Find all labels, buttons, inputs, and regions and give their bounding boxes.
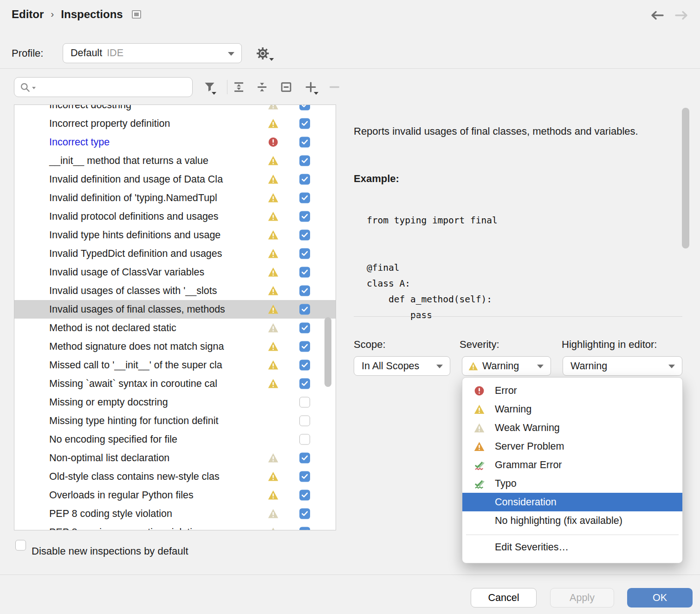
inspection-row[interactable]: PEP 8 naming convention violation (14, 523, 336, 530)
menu-item-weak-warning[interactable]: Weak Warning (462, 418, 682, 437)
remove-icon[interactable] (328, 81, 341, 93)
breadcrumb-inspections[interactable]: Inspections (61, 8, 123, 21)
example-label: Example: (354, 173, 399, 185)
inspection-row[interactable]: Invalid definition of 'typing.NamedTupl (14, 189, 336, 207)
inspection-label: Missing or empty docstring (49, 397, 168, 408)
gear-icon[interactable] (255, 46, 274, 63)
inspection-checkbox[interactable] (299, 360, 310, 371)
filter-icon[interactable] (203, 81, 216, 93)
details-scrollbar[interactable] (682, 108, 689, 248)
collapse-all-icon[interactable] (256, 81, 268, 93)
inspection-row[interactable]: Incorrect property definition (14, 114, 336, 133)
inspection-checkbox[interactable] (299, 174, 310, 185)
highlighting-select[interactable]: Warning (563, 356, 682, 376)
menu-item-server-problem[interactable]: Server Problem (462, 437, 682, 456)
inspection-checkbox[interactable] (299, 267, 310, 278)
forward-arrow-icon[interactable] (674, 9, 690, 23)
cancel-button[interactable]: Cancel (471, 588, 537, 607)
disable-new-inspections-label: Disable new inspections by default (32, 545, 188, 557)
chevron-down-icon (537, 365, 544, 368)
inspection-row[interactable]: Invalid usages of final classes, methods (14, 300, 336, 319)
severity-menu: ErrorWarningWeak WarningServer ProblemGr… (462, 377, 683, 563)
inspection-row[interactable]: Incorrect type (14, 133, 336, 151)
inspection-checkbox[interactable] (299, 137, 310, 148)
inspection-row[interactable]: Invalid usage of ClassVar variables (14, 263, 336, 281)
inspection-row[interactable]: Invalid usages of classes with '__slots (14, 281, 336, 300)
inspection-row[interactable]: Old-style class contains new-style clas (14, 467, 336, 486)
scope-select[interactable]: In All Scopes (354, 356, 450, 376)
inspection-checkbox[interactable] (299, 105, 310, 111)
back-arrow-icon[interactable] (649, 9, 665, 23)
inspection-checkbox[interactable] (299, 118, 310, 129)
inspection-row[interactable]: Missing `await` syntax in coroutine cal (14, 374, 336, 393)
menu-item-label: Edit Severities… (495, 542, 569, 553)
menu-item-warning[interactable]: Warning (462, 400, 682, 418)
inspection-checkbox[interactable] (299, 304, 310, 315)
menu-item-label: Error (495, 385, 517, 397)
menu-item-grammar-error[interactable]: Grammar Error (462, 456, 682, 474)
chevron-down-icon (436, 365, 443, 368)
inspection-checkbox[interactable] (299, 230, 310, 241)
ok-button[interactable]: OK (627, 588, 693, 607)
inspection-row[interactable]: No encoding specified for file (14, 430, 336, 449)
reset-inspection-icon[interactable] (280, 81, 292, 93)
inspection-row[interactable]: Method is not declared static (14, 319, 336, 337)
list-scrollbar[interactable] (324, 317, 331, 387)
menu-item-edit-severities[interactable]: Edit Severities… (462, 538, 682, 556)
inspection-checkbox[interactable] (299, 379, 310, 389)
blank-icon (474, 516, 485, 526)
inspection-checkbox[interactable] (299, 397, 310, 408)
profile-select[interactable]: Default IDE (63, 43, 242, 63)
inspection-checkbox[interactable] (299, 248, 310, 259)
inspection-checkbox[interactable] (299, 527, 310, 531)
inspection-checkbox[interactable] (299, 323, 310, 333)
inspection-checkbox[interactable] (299, 509, 310, 519)
menu-item-label: Server Problem (495, 441, 564, 452)
inspection-row[interactable]: Missing or empty docstring (14, 393, 336, 412)
inspection-checkbox[interactable] (299, 286, 310, 296)
breadcrumb-editor[interactable]: Editor (12, 8, 44, 21)
inspection-checkbox[interactable] (299, 434, 310, 445)
menu-item-consideration[interactable]: Consideration (462, 493, 682, 511)
inspection-checkbox[interactable] (299, 341, 310, 352)
inspection-label: Invalid definition of 'typing.NamedTupl (49, 192, 217, 204)
inspection-row[interactable]: Missing type hinting for function defini… (14, 412, 336, 430)
search-input[interactable] (14, 77, 193, 97)
inspection-checkbox[interactable] (299, 453, 310, 464)
inspection-label: Missing `await` syntax in coroutine cal (49, 378, 217, 390)
inspection-row[interactable]: Non-optimal list declaration (14, 449, 336, 467)
menu-item-no-highlighting-fix-available[interactable]: No highlighting (fix available) (462, 511, 682, 530)
inspection-checkbox[interactable] (299, 193, 310, 203)
inspection-row[interactable]: __init__ method that returns a value (14, 151, 336, 170)
apply-button[interactable]: Apply (550, 588, 614, 607)
menu-separator (466, 535, 679, 535)
inspection-row[interactable]: Overloads in regular Python files (14, 486, 336, 504)
menu-item-error[interactable]: Error (462, 381, 682, 400)
warning-icon (468, 361, 478, 371)
inspection-row[interactable]: Missed call to '__init__' of the super c… (14, 356, 336, 374)
inspection-checkbox[interactable] (299, 471, 310, 482)
inspection-row[interactable]: Invalid TypedDict definition and usages (14, 244, 336, 263)
inspection-row[interactable]: Invalid type hints definitions and usage (14, 226, 336, 244)
inspection-row[interactable]: Invalid definition and usage of Data Cla (14, 170, 336, 189)
inspection-row[interactable]: Invalid protocol definitions and usages (14, 207, 336, 226)
menu-item-typo[interactable]: Typo (462, 474, 682, 493)
inspection-checkbox[interactable] (299, 211, 310, 222)
severity-select[interactable]: Warning (462, 356, 551, 376)
inspection-row[interactable]: PEP 8 coding style violation (14, 504, 336, 523)
inspection-checkbox[interactable] (299, 416, 310, 426)
inspection-row[interactable]: Method signature does not match signa (14, 337, 336, 356)
error-icon (474, 385, 485, 396)
inspection-checkbox[interactable] (299, 490, 310, 501)
warning-icon (268, 471, 279, 482)
add-icon[interactable] (305, 81, 317, 93)
highlighting-value: Warning (570, 360, 607, 372)
disable-new-inspections-checkbox[interactable] (15, 540, 26, 551)
inspection-label: Method signature does not match signa (49, 341, 224, 353)
search-options-caret-icon (32, 87, 36, 89)
inspection-row[interactable]: Incorrect docstring (14, 105, 336, 114)
chevron-down-icon (269, 58, 274, 61)
expand-all-icon[interactable] (233, 81, 245, 93)
chevron-down-icon (228, 52, 234, 56)
inspection-checkbox[interactable] (299, 156, 310, 166)
